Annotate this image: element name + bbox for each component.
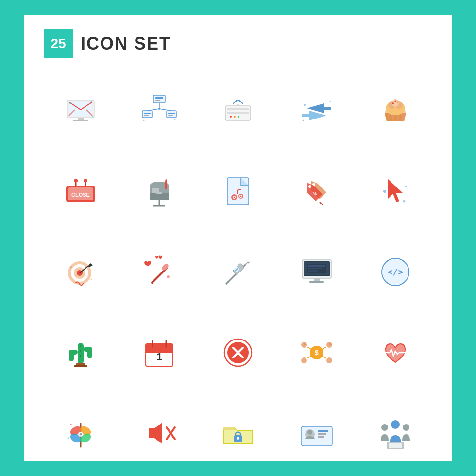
svg-point-45 [395, 101, 396, 102]
svg-rect-107 [308, 270, 318, 272]
svg-point-7 [69, 102, 71, 104]
svg-rect-11 [155, 97, 163, 99]
icon-muffin [358, 73, 432, 149]
page-title: ICON SET [81, 34, 171, 54]
svg-point-88 [91, 279, 92, 280]
svg-text:%: % [313, 191, 317, 196]
svg-rect-58 [165, 181, 167, 189]
main-card: 25 ICON SET [24, 15, 452, 461]
svg-rect-105 [308, 265, 325, 267]
svg-rect-60 [152, 188, 159, 193]
svg-marker-152 [149, 423, 162, 444]
svg-point-91 [167, 275, 170, 278]
svg-line-98 [226, 282, 228, 284]
badge-number: 25 [51, 36, 66, 51]
svg-rect-27 [227, 112, 249, 114]
svg-point-165 [403, 424, 409, 431]
svg-point-32 [238, 104, 239, 106]
svg-point-160 [307, 430, 312, 435]
svg-rect-52 [84, 179, 87, 182]
svg-rect-10 [153, 95, 165, 103]
icon-podium-people [358, 395, 432, 471]
svg-line-96 [245, 262, 248, 265]
icon-heartbeat [358, 315, 432, 391]
svg-rect-15 [144, 115, 149, 116]
svg-rect-168 [389, 443, 402, 448]
svg-point-136 [326, 357, 332, 363]
icon-target [44, 234, 118, 310]
svg-rect-18 [168, 115, 173, 116]
icon-price-tags: % [280, 153, 354, 229]
svg-rect-103 [309, 281, 324, 283]
icon-makeup-brush [122, 234, 196, 310]
svg-rect-17 [168, 113, 175, 114]
svg-marker-86 [88, 263, 93, 267]
icon-router-wifi [201, 73, 275, 149]
icon-music-file [201, 153, 275, 229]
svg-marker-97 [248, 261, 250, 264]
svg-point-80 [403, 200, 406, 203]
svg-point-9 [92, 116, 94, 118]
svg-marker-59 [165, 179, 167, 181]
icon-close-circle [201, 315, 275, 391]
svg-rect-13 [142, 111, 152, 118]
icon-network [122, 73, 196, 149]
svg-text:CLOSE: CLOSE [71, 192, 90, 198]
svg-point-78 [383, 190, 386, 193]
svg-point-67 [234, 197, 235, 198]
icon-close-sign: CLOSE [44, 153, 118, 229]
svg-point-28 [230, 116, 232, 118]
svg-point-44 [397, 102, 398, 103]
svg-point-72 [240, 196, 242, 197]
svg-point-150 [70, 424, 72, 425]
svg-line-20 [147, 109, 159, 111]
svg-point-87 [70, 266, 72, 268]
svg-point-37 [303, 120, 304, 121]
svg-rect-162 [318, 433, 326, 435]
icon-cursor [358, 153, 432, 229]
svg-line-21 [159, 109, 171, 111]
svg-rect-14 [144, 113, 151, 114]
icon-pinwheel [44, 395, 118, 471]
svg-point-29 [234, 116, 236, 118]
svg-rect-115 [87, 347, 92, 358]
icon-arrows-share [280, 73, 354, 149]
svg-rect-114 [69, 350, 74, 361]
svg-rect-163 [318, 436, 324, 438]
svg-rect-26 [227, 108, 249, 110]
svg-point-8 [91, 101, 92, 102]
svg-point-149 [80, 433, 82, 436]
icon-id-card [280, 395, 354, 471]
header: 25 ICON SET [44, 29, 432, 58]
icon-code-tag: </> [358, 234, 432, 310]
svg-marker-77 [388, 179, 403, 202]
svg-text:$: $ [315, 349, 319, 357]
svg-point-151 [68, 438, 69, 439]
svg-rect-51 [74, 179, 78, 182]
svg-point-164 [381, 424, 388, 431]
svg-rect-161 [318, 430, 328, 432]
svg-line-74 [320, 202, 323, 205]
svg-text:1: 1 [156, 351, 162, 363]
icons-grid: CLOSE [44, 73, 432, 471]
svg-rect-61 [227, 178, 249, 205]
svg-rect-102 [314, 278, 320, 281]
svg-rect-12 [155, 100, 160, 101]
svg-rect-106 [308, 268, 322, 269]
icon-dollar-network: $ [280, 315, 354, 391]
svg-point-75 [308, 185, 311, 188]
svg-point-135 [301, 357, 307, 363]
svg-point-30 [238, 116, 239, 118]
svg-point-22 [158, 108, 160, 110]
svg-point-79 [405, 186, 407, 187]
svg-point-24 [174, 119, 176, 120]
icon-cactus [44, 315, 118, 391]
svg-point-35 [304, 104, 306, 106]
icon-mailbox [122, 153, 196, 229]
icon-secure-folder [201, 395, 275, 471]
svg-point-166 [391, 420, 400, 429]
icon-email-monitor [44, 73, 118, 149]
icon-calendar: 1 [122, 315, 196, 391]
svg-point-36 [330, 101, 331, 102]
svg-rect-5 [78, 118, 84, 120]
